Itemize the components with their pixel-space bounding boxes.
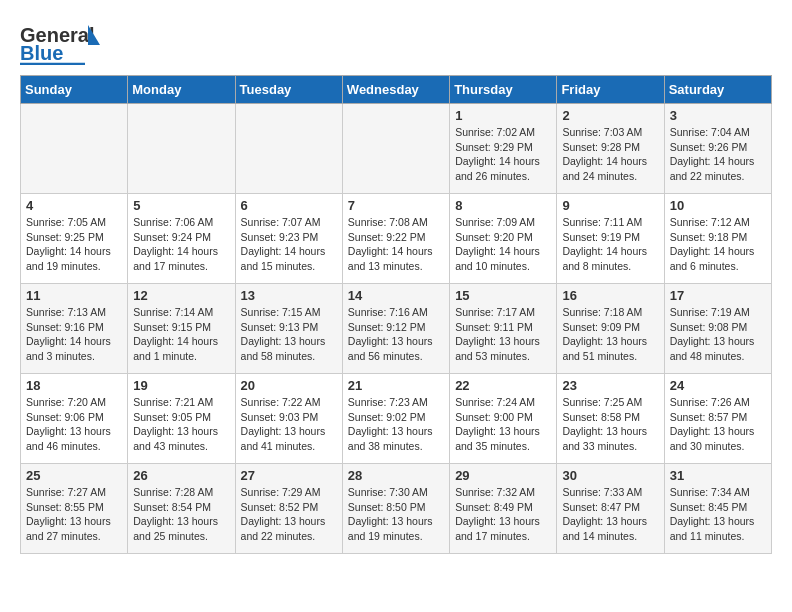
day-number: 15: [455, 288, 551, 303]
calendar-cell: 6Sunrise: 7:07 AMSunset: 9:23 PMDaylight…: [235, 194, 342, 284]
calendar-cell: 9Sunrise: 7:11 AMSunset: 9:19 PMDaylight…: [557, 194, 664, 284]
day-info: Sunrise: 7:25 AMSunset: 8:58 PMDaylight:…: [562, 395, 658, 454]
day-info: Sunrise: 7:07 AMSunset: 9:23 PMDaylight:…: [241, 215, 337, 274]
calendar-week-1: 1Sunrise: 7:02 AMSunset: 9:29 PMDaylight…: [21, 104, 772, 194]
calendar-cell: 27Sunrise: 7:29 AMSunset: 8:52 PMDayligh…: [235, 464, 342, 554]
day-info: Sunrise: 7:17 AMSunset: 9:11 PMDaylight:…: [455, 305, 551, 364]
calendar-week-5: 25Sunrise: 7:27 AMSunset: 8:55 PMDayligh…: [21, 464, 772, 554]
day-number: 28: [348, 468, 444, 483]
day-info: Sunrise: 7:12 AMSunset: 9:18 PMDaylight:…: [670, 215, 766, 274]
day-info: Sunrise: 7:19 AMSunset: 9:08 PMDaylight:…: [670, 305, 766, 364]
day-info: Sunrise: 7:18 AMSunset: 9:09 PMDaylight:…: [562, 305, 658, 364]
day-info: Sunrise: 7:22 AMSunset: 9:03 PMDaylight:…: [241, 395, 337, 454]
calendar-cell: 28Sunrise: 7:30 AMSunset: 8:50 PMDayligh…: [342, 464, 449, 554]
day-info: Sunrise: 7:24 AMSunset: 9:00 PMDaylight:…: [455, 395, 551, 454]
day-number: 18: [26, 378, 122, 393]
day-info: Sunrise: 7:05 AMSunset: 9:25 PMDaylight:…: [26, 215, 122, 274]
day-info: Sunrise: 7:30 AMSunset: 8:50 PMDaylight:…: [348, 485, 444, 544]
calendar-cell: 8Sunrise: 7:09 AMSunset: 9:20 PMDaylight…: [450, 194, 557, 284]
day-number: 21: [348, 378, 444, 393]
day-number: 26: [133, 468, 229, 483]
day-info: Sunrise: 7:27 AMSunset: 8:55 PMDaylight:…: [26, 485, 122, 544]
calendar-cell: [235, 104, 342, 194]
calendar-week-3: 11Sunrise: 7:13 AMSunset: 9:16 PMDayligh…: [21, 284, 772, 374]
calendar-cell: 4Sunrise: 7:05 AMSunset: 9:25 PMDaylight…: [21, 194, 128, 284]
day-info: Sunrise: 7:23 AMSunset: 9:02 PMDaylight:…: [348, 395, 444, 454]
day-number: 13: [241, 288, 337, 303]
weekday-header-saturday: Saturday: [664, 76, 771, 104]
calendar-cell: 18Sunrise: 7:20 AMSunset: 9:06 PMDayligh…: [21, 374, 128, 464]
day-number: 16: [562, 288, 658, 303]
weekday-header-wednesday: Wednesday: [342, 76, 449, 104]
calendar-cell: 19Sunrise: 7:21 AMSunset: 9:05 PMDayligh…: [128, 374, 235, 464]
weekday-header-friday: Friday: [557, 76, 664, 104]
calendar-cell: 26Sunrise: 7:28 AMSunset: 8:54 PMDayligh…: [128, 464, 235, 554]
day-number: 11: [26, 288, 122, 303]
calendar-cell: 13Sunrise: 7:15 AMSunset: 9:13 PMDayligh…: [235, 284, 342, 374]
calendar-cell: [128, 104, 235, 194]
day-info: Sunrise: 7:11 AMSunset: 9:19 PMDaylight:…: [562, 215, 658, 274]
calendar-cell: 14Sunrise: 7:16 AMSunset: 9:12 PMDayligh…: [342, 284, 449, 374]
weekday-header-monday: Monday: [128, 76, 235, 104]
day-number: 27: [241, 468, 337, 483]
day-info: Sunrise: 7:03 AMSunset: 9:28 PMDaylight:…: [562, 125, 658, 184]
day-number: 30: [562, 468, 658, 483]
day-number: 24: [670, 378, 766, 393]
day-number: 14: [348, 288, 444, 303]
calendar-cell: 23Sunrise: 7:25 AMSunset: 8:58 PMDayligh…: [557, 374, 664, 464]
calendar-cell: 21Sunrise: 7:23 AMSunset: 9:02 PMDayligh…: [342, 374, 449, 464]
day-number: 6: [241, 198, 337, 213]
logo: General Blue: [20, 20, 100, 65]
calendar-cell: 30Sunrise: 7:33 AMSunset: 8:47 PMDayligh…: [557, 464, 664, 554]
day-info: Sunrise: 7:14 AMSunset: 9:15 PMDaylight:…: [133, 305, 229, 364]
calendar-table: SundayMondayTuesdayWednesdayThursdayFrid…: [20, 75, 772, 554]
day-number: 10: [670, 198, 766, 213]
calendar-cell: 20Sunrise: 7:22 AMSunset: 9:03 PMDayligh…: [235, 374, 342, 464]
calendar-cell: 16Sunrise: 7:18 AMSunset: 9:09 PMDayligh…: [557, 284, 664, 374]
day-number: 31: [670, 468, 766, 483]
day-info: Sunrise: 7:06 AMSunset: 9:24 PMDaylight:…: [133, 215, 229, 274]
calendar-week-4: 18Sunrise: 7:20 AMSunset: 9:06 PMDayligh…: [21, 374, 772, 464]
day-info: Sunrise: 7:32 AMSunset: 8:49 PMDaylight:…: [455, 485, 551, 544]
day-info: Sunrise: 7:09 AMSunset: 9:20 PMDaylight:…: [455, 215, 551, 274]
day-number: 8: [455, 198, 551, 213]
calendar-cell: 24Sunrise: 7:26 AMSunset: 8:57 PMDayligh…: [664, 374, 771, 464]
day-number: 7: [348, 198, 444, 213]
calendar-cell: 25Sunrise: 7:27 AMSunset: 8:55 PMDayligh…: [21, 464, 128, 554]
day-info: Sunrise: 7:20 AMSunset: 9:06 PMDaylight:…: [26, 395, 122, 454]
day-number: 17: [670, 288, 766, 303]
calendar-cell: 7Sunrise: 7:08 AMSunset: 9:22 PMDaylight…: [342, 194, 449, 284]
calendar-cell: 29Sunrise: 7:32 AMSunset: 8:49 PMDayligh…: [450, 464, 557, 554]
calendar-cell: 3Sunrise: 7:04 AMSunset: 9:26 PMDaylight…: [664, 104, 771, 194]
calendar-cell: 15Sunrise: 7:17 AMSunset: 9:11 PMDayligh…: [450, 284, 557, 374]
day-info: Sunrise: 7:04 AMSunset: 9:26 PMDaylight:…: [670, 125, 766, 184]
page-header: General Blue: [20, 20, 772, 65]
svg-text:Blue: Blue: [20, 42, 63, 64]
day-number: 12: [133, 288, 229, 303]
calendar-cell: 2Sunrise: 7:03 AMSunset: 9:28 PMDaylight…: [557, 104, 664, 194]
calendar-cell: 12Sunrise: 7:14 AMSunset: 9:15 PMDayligh…: [128, 284, 235, 374]
day-info: Sunrise: 7:16 AMSunset: 9:12 PMDaylight:…: [348, 305, 444, 364]
day-info: Sunrise: 7:21 AMSunset: 9:05 PMDaylight:…: [133, 395, 229, 454]
calendar-cell: 10Sunrise: 7:12 AMSunset: 9:18 PMDayligh…: [664, 194, 771, 284]
day-number: 1: [455, 108, 551, 123]
day-number: 23: [562, 378, 658, 393]
weekday-header-row: SundayMondayTuesdayWednesdayThursdayFrid…: [21, 76, 772, 104]
calendar-cell: 1Sunrise: 7:02 AMSunset: 9:29 PMDaylight…: [450, 104, 557, 194]
day-number: 19: [133, 378, 229, 393]
calendar-cell: 31Sunrise: 7:34 AMSunset: 8:45 PMDayligh…: [664, 464, 771, 554]
day-number: 29: [455, 468, 551, 483]
weekday-header-tuesday: Tuesday: [235, 76, 342, 104]
calendar-cell: 22Sunrise: 7:24 AMSunset: 9:00 PMDayligh…: [450, 374, 557, 464]
day-number: 3: [670, 108, 766, 123]
day-info: Sunrise: 7:15 AMSunset: 9:13 PMDaylight:…: [241, 305, 337, 364]
day-info: Sunrise: 7:28 AMSunset: 8:54 PMDaylight:…: [133, 485, 229, 544]
day-info: Sunrise: 7:13 AMSunset: 9:16 PMDaylight:…: [26, 305, 122, 364]
calendar-cell: 17Sunrise: 7:19 AMSunset: 9:08 PMDayligh…: [664, 284, 771, 374]
calendar-week-2: 4Sunrise: 7:05 AMSunset: 9:25 PMDaylight…: [21, 194, 772, 284]
weekday-header-thursday: Thursday: [450, 76, 557, 104]
day-number: 20: [241, 378, 337, 393]
day-number: 22: [455, 378, 551, 393]
day-info: Sunrise: 7:34 AMSunset: 8:45 PMDaylight:…: [670, 485, 766, 544]
day-number: 4: [26, 198, 122, 213]
